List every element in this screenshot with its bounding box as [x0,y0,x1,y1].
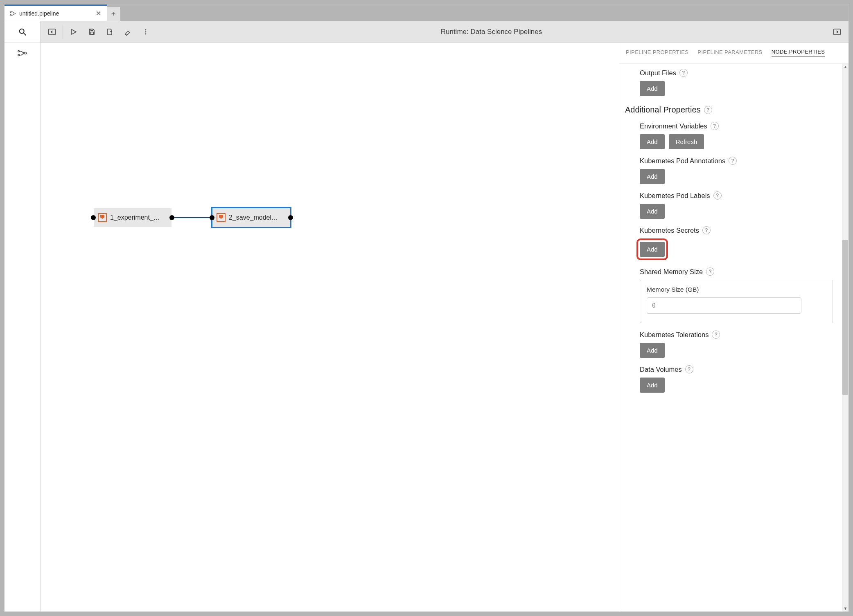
svg-point-12 [145,33,147,34]
output-files-label: Output Files ? [640,69,841,77]
editor-toolbar: Runtime: Data Science Pipelines [41,21,848,43]
clear-icon[interactable] [120,24,136,40]
properties-tabs: PIPELINE PROPERTIES PIPELINE PARAMETERS … [619,43,848,64]
svg-rect-8 [90,29,93,31]
notebook-icon [217,213,226,222]
export-icon[interactable] [102,24,118,40]
svg-point-2 [14,13,15,14]
add-secret-button[interactable]: Add [640,242,665,257]
tab-node-properties[interactable]: NODE PROPERTIES [772,49,825,57]
svg-point-11 [145,31,147,32]
shared-memory-label: Shared Memory Size ? [640,268,841,276]
rail-search-button[interactable] [5,21,40,43]
additional-properties-header: Additional Properties ? [625,105,841,115]
scroll-up-icon[interactable]: ▲ [844,65,848,69]
secrets-label: Kubernetes Secrets ? [640,226,841,234]
svg-point-0 [10,11,11,12]
save-icon[interactable] [83,24,100,40]
pod-annotations-label: Kubernetes Pod Annotations ? [640,157,841,165]
pipeline-node[interactable]: 1_experiment_… [94,208,172,227]
tab-untitled-pipeline[interactable]: untitled.pipeline ✕ [5,4,107,21]
run-icon[interactable] [65,24,82,40]
main-area: Runtime: Data Science Pipelines [5,21,848,612]
panel-toggle-left-icon[interactable] [44,24,60,40]
notebook-icon [98,213,107,222]
add-env-var-button[interactable]: Add [640,134,665,149]
node-input-port[interactable] [91,215,96,220]
memory-size-sublabel: Memory Size (GB) [647,286,826,293]
right-properties-panel: PIPELINE PROPERTIES PIPELINE PARAMETERS … [619,43,848,612]
memory-size-input[interactable] [647,297,801,314]
tab-title: untitled.pipeline [19,10,59,17]
help-icon[interactable]: ? [679,69,688,77]
runtime-label: Runtime: Data Science Pipelines [156,28,827,36]
node-input-port[interactable] [210,215,214,220]
add-pod-label-button[interactable]: Add [640,204,665,219]
svg-point-3 [19,29,24,33]
close-icon[interactable]: ✕ [96,10,101,17]
help-icon[interactable]: ? [729,157,737,165]
help-icon[interactable]: ? [713,191,722,200]
add-output-file-button[interactable]: Add [640,81,665,96]
help-icon[interactable]: ? [704,106,712,114]
highlighted-annotation: Add [636,238,668,260]
scroll-down-icon[interactable]: ▼ [844,606,848,611]
add-toleration-button[interactable]: Add [640,343,665,358]
node-label: 1_experiment_… [110,214,167,221]
pipeline-node[interactable]: 2_save_model… [212,208,290,227]
help-icon[interactable]: ? [702,226,711,234]
tab-pipeline-properties[interactable]: PIPELINE PROPERTIES [626,49,688,57]
pipeline-file-icon [9,10,16,17]
help-icon[interactable]: ? [711,122,719,130]
svg-point-1 [10,14,11,16]
add-pod-annotation-button[interactable]: Add [640,169,665,184]
panel-toggle-right-icon[interactable] [829,24,845,40]
help-icon[interactable]: ? [712,330,720,339]
help-icon[interactable]: ? [706,268,714,276]
data-volumes-label: Data Volumes ? [640,365,841,373]
svg-point-4 [18,51,19,52]
env-vars-label: Environment Variables ? [640,122,841,130]
scroll-thumb[interactable] [842,240,848,395]
node-label: 2_save_model… [229,214,286,221]
pipeline-canvas[interactable]: 1_experiment_… 2_save_model… [41,43,619,612]
tab-pipeline-parameters[interactable]: PIPELINE PARAMETERS [697,49,762,57]
pipeline-link[interactable] [174,217,212,218]
svg-point-6 [23,52,25,54]
tab-bar: untitled.pipeline ✕ + [5,4,848,21]
left-rail [5,21,41,612]
shared-memory-box: Memory Size (GB) [640,280,833,323]
scrollbar[interactable]: ▲ ▼ [842,64,848,612]
app-window: untitled.pipeline ✕ + [4,4,849,612]
separator [63,25,63,39]
rail-pipeline-button[interactable] [5,43,40,64]
node-output-port[interactable] [288,215,293,220]
svg-point-5 [18,54,19,56]
add-data-volume-button[interactable]: Add [640,378,665,393]
canvas-wrap: 1_experiment_… 2_save_model… [41,43,848,612]
properties-body: Output Files ? Add Additional Properties… [619,64,848,612]
new-tab-button[interactable]: + [107,7,120,21]
tolerations-label: Kubernetes Tolerations ? [640,330,841,339]
help-icon[interactable]: ? [685,365,693,373]
refresh-env-vars-button[interactable]: Refresh [669,134,704,149]
pod-labels-label: Kubernetes Pod Labels ? [640,191,841,200]
more-icon[interactable] [138,24,154,40]
workspace: Runtime: Data Science Pipelines [41,21,848,612]
svg-point-10 [145,29,147,30]
svg-rect-9 [90,32,93,34]
